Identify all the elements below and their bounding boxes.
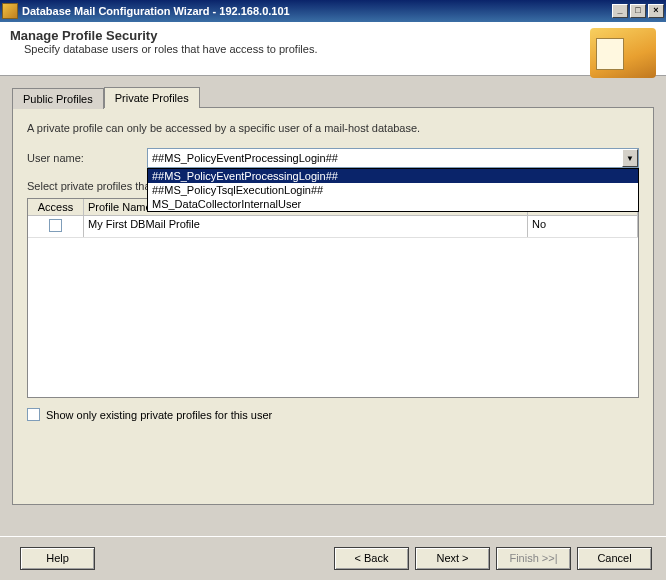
dropdown-option[interactable]: ##MS_PolicyTsqlExecutionLogin##: [148, 183, 638, 197]
grid-cell-name: My First DBMail Profile: [84, 216, 528, 237]
header-graphic-icon: [590, 28, 656, 78]
wizard-header: Manage Profile Security Specify database…: [0, 22, 666, 76]
panel-description: A private profile can only be accessed b…: [27, 122, 639, 134]
wizard-footer: Help < Back Next > Finish >>| Cancel: [0, 536, 666, 580]
next-button[interactable]: Next >: [415, 547, 490, 570]
access-checkbox[interactable]: [49, 219, 62, 232]
username-dropdown-list: ##MS_PolicyEventProcessingLogin## ##MS_P…: [147, 168, 639, 212]
window-title: Database Mail Configuration Wizard - 192…: [22, 5, 612, 17]
grid-body: My First DBMail Profile No: [28, 216, 638, 397]
show-only-row: Show only existing private profiles for …: [27, 408, 639, 421]
chevron-down-icon: ▼: [626, 154, 634, 163]
dropdown-option[interactable]: MS_DataCollectorInternalUser: [148, 197, 638, 211]
username-combobox-value: ##MS_PolicyEventProcessingLogin##: [152, 152, 338, 164]
finish-button: Finish >>|: [496, 547, 571, 570]
show-only-label[interactable]: Show only existing private profiles for …: [46, 409, 272, 421]
close-button[interactable]: ×: [648, 4, 664, 18]
page-subtitle: Specify database users or roles that hav…: [24, 43, 590, 55]
table-row[interactable]: My First DBMail Profile No: [28, 216, 638, 238]
grid-header-access[interactable]: Access: [28, 199, 84, 215]
dropdown-option[interactable]: ##MS_PolicyEventProcessingLogin##: [148, 169, 638, 183]
titlebar: Database Mail Configuration Wizard - 192…: [0, 0, 666, 22]
combobox-dropdown-button[interactable]: ▼: [622, 149, 638, 167]
username-label: User name:: [27, 152, 147, 164]
cancel-button[interactable]: Cancel: [577, 547, 652, 570]
app-icon: [2, 3, 18, 19]
grid-cell-default[interactable]: No: [528, 216, 638, 237]
username-combobox[interactable]: ##MS_PolicyEventProcessingLogin## ▼: [147, 148, 639, 168]
tab-private-profiles[interactable]: Private Profiles: [104, 87, 200, 108]
maximize-button[interactable]: □: [630, 4, 646, 18]
tab-strip: Public Profiles Private Profiles: [12, 87, 654, 108]
back-button[interactable]: < Back: [334, 547, 409, 570]
help-button[interactable]: Help: [20, 547, 95, 570]
page-title: Manage Profile Security: [10, 28, 590, 43]
show-only-checkbox[interactable]: [27, 408, 40, 421]
profiles-grid: Access Profile Name Default Profile My F…: [27, 198, 639, 398]
minimize-button[interactable]: _: [612, 4, 628, 18]
tab-public-profiles[interactable]: Public Profiles: [12, 88, 104, 109]
tab-panel-private: A private profile can only be accessed b…: [12, 107, 654, 505]
grid-cell-access: [28, 216, 84, 237]
